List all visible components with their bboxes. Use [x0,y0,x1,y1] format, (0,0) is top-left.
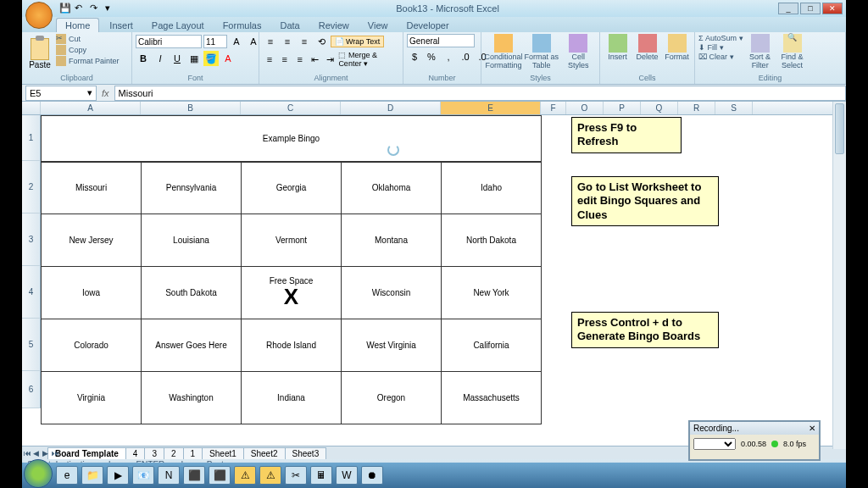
cell-a6[interactable]: Virginia [42,372,142,424]
sheet-tab-2[interactable]: 2 [164,447,184,459]
indent-inc-icon[interactable]: ⇥ [324,52,337,67]
cell-a3[interactable]: New Jersey [42,214,142,267]
delete-cells-button[interactable]: Delete [633,34,661,62]
cell-d2[interactable]: Oklahoma [342,162,442,214]
select-all-corner[interactable] [22,102,41,114]
undo-icon[interactable]: ↶ [75,3,86,14]
bingo-title[interactable]: Example Bingo [42,116,542,162]
orientation-icon[interactable]: ⟲ [314,34,329,49]
cell-e3[interactable]: North Dakota [442,214,542,267]
sheet-tab-sheet3[interactable]: Sheet3 [285,447,327,459]
col-header-p[interactable]: P [604,102,641,114]
vertical-scrollbar[interactable] [832,102,846,449]
align-top-icon[interactable]: ≡ [263,34,278,49]
wrap-text-button[interactable]: 📄Wrap Text [331,36,384,47]
row-header-1[interactable]: 1 [22,115,41,161]
recording-close-icon[interactable]: ✕ [809,424,815,433]
number-format-select[interactable] [407,34,475,47]
cell-e2[interactable]: Idaho [442,162,542,214]
sheet-tab-sheet1[interactable]: Sheet1 [202,447,244,459]
callout-list[interactable]: Go to List Worksheet to edit Bingo Squar… [571,176,719,226]
percent-icon[interactable]: % [424,49,439,64]
insert-cells-button[interactable]: Insert [604,34,632,62]
scrollbar-thumb[interactable] [835,103,844,154]
formula-input[interactable]: Missouri [114,86,846,101]
taskbar-word-icon[interactable]: W [336,466,358,485]
tab-developer[interactable]: Developer [398,19,457,32]
recording-select[interactable] [693,438,736,450]
conditional-formatting-button[interactable]: Conditional Formatting [485,34,522,70]
cell-b2[interactable]: Pennsylvania [142,162,242,214]
align-left-icon[interactable]: ≡ [263,52,276,67]
row-header-3[interactable]: 3 [22,214,41,266]
format-as-table-button[interactable]: Format as Table [524,34,559,70]
fx-icon[interactable]: fx [97,88,114,98]
col-header-q[interactable]: Q [641,102,678,114]
office-button[interactable] [25,2,53,29]
sheet-tab-3[interactable]: 3 [144,447,164,459]
align-bottom-icon[interactable]: ≡ [297,34,312,49]
font-size-select[interactable] [203,35,227,48]
tab-insert[interactable]: Insert [101,19,142,32]
taskbar-media-icon[interactable]: ▶ [107,466,129,485]
inc-decimal-icon[interactable]: .0 [458,49,473,64]
row-header-5[interactable]: 5 [22,319,41,371]
cell-d5[interactable]: West Virginia [342,319,442,372]
underline-button[interactable]: U [170,51,185,66]
cell-d3[interactable]: Montana [342,214,442,267]
qat-more-icon[interactable]: ▾ [105,3,117,14]
bold-button[interactable]: B [136,51,151,66]
row-header-4[interactable]: 4 [22,266,41,319]
grow-font-icon[interactable]: A [229,34,244,49]
sheet-nav-prev-icon[interactable]: ◀ [33,449,42,458]
cell-c5[interactable]: Rhode Island [242,319,342,372]
taskbar-onenote-icon[interactable]: N [158,466,180,485]
sheet-nav-next-icon[interactable]: ▶ [42,449,51,458]
recording-panel[interactable]: Recording...✕ 0.00.58 8.0 fps [688,420,821,461]
indent-dec-icon[interactable]: ⇤ [309,52,322,67]
col-header-o[interactable]: O [566,102,604,114]
col-header-c[interactable]: C [241,102,341,114]
sort-filter-button[interactable]: Sort & Filter [745,34,776,70]
cell-d4[interactable]: Wisconsin [342,267,442,319]
fill-color-button[interactable]: 🪣 [203,51,219,66]
align-middle-icon[interactable]: ≡ [280,34,295,49]
taskbar-app1-icon[interactable]: ⬛ [183,466,205,485]
cell-styles-button[interactable]: Cell Styles [561,34,597,70]
align-center-icon[interactable]: ≡ [278,52,292,67]
col-header-e[interactable]: E [441,102,541,114]
callout-refresh[interactable]: Press F9 to Refresh [571,117,682,153]
col-header-r[interactable]: R [678,102,715,114]
italic-button[interactable]: I [153,51,168,66]
cell-b6[interactable]: Washington [142,372,242,424]
sheet-nav-first-icon[interactable]: ⏮ [24,449,32,458]
cell-e4[interactable]: New York [442,267,542,319]
cell-b4[interactable]: South Dakota [142,267,242,319]
cell-a5[interactable]: Colorado [42,319,142,372]
minimize-button[interactable]: _ [778,3,798,14]
taskbar-warn1-icon[interactable]: ⚠ [234,466,256,485]
format-painter-button[interactable]: Format Painter [56,56,120,66]
sheet-tab-sheet2[interactable]: Sheet2 [243,447,286,459]
taskbar-calc-icon[interactable]: 🖩 [310,466,332,485]
redo-icon[interactable]: ↷ [90,3,102,14]
save-icon[interactable]: 💾 [59,3,71,14]
comma-icon[interactable]: , [441,49,456,64]
border-button[interactable]: ▦ [186,51,202,66]
font-name-select[interactable] [136,35,202,48]
taskbar-snip-icon[interactable]: ✂ [285,466,307,485]
col-header-s[interactable]: S [715,102,753,114]
cell-b5[interactable]: Answer Goes Here [142,319,242,372]
sheet-tab-1[interactable]: 1 [183,447,203,459]
tab-view[interactable]: View [359,19,397,32]
font-color-button[interactable]: A [220,51,236,66]
worksheet-grid[interactable]: A B C D E F O P Q R S 1 2 3 4 5 6 [22,102,846,446]
taskbar-app2-icon[interactable]: ⬛ [209,466,231,485]
row-header-6[interactable]: 6 [22,371,41,408]
tab-home[interactable]: Home [56,18,99,32]
copy-button[interactable]: Copy [56,45,120,55]
callout-generate[interactable]: Press Control + d to Generate Bingo Boar… [571,312,719,348]
maximize-button[interactable]: □ [800,3,821,14]
cell-c3[interactable]: Vermont [242,214,342,267]
tab-data[interactable]: Data [271,19,308,32]
